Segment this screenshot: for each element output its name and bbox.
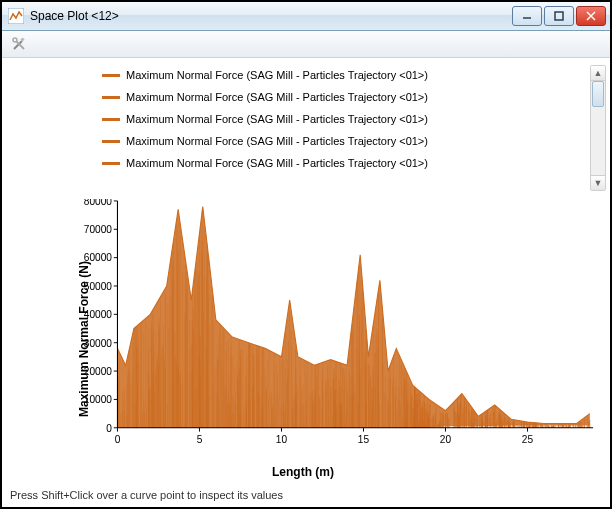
svg-text:20: 20 (440, 434, 452, 445)
svg-text:10: 10 (276, 434, 288, 445)
legend-item[interactable]: Maximum Normal Force (SAG Mill - Particl… (102, 91, 588, 103)
svg-text:50000: 50000 (84, 281, 112, 292)
svg-text:0: 0 (115, 434, 121, 445)
legend-panel: Maximum Normal Force (SAG Mill - Particl… (102, 65, 588, 191)
status-hint: Press Shift+Click over a curve point to … (10, 489, 283, 501)
x-axis-label: Length (m) (272, 465, 334, 479)
chart-area: Maximum Normal Force (N) Length (m) 0100… (2, 199, 604, 479)
scroll-down-button[interactable]: ▼ (591, 175, 605, 190)
svg-text:30000: 30000 (84, 337, 112, 348)
legend-swatch (102, 162, 120, 165)
legend-item[interactable]: Maximum Normal Force (SAG Mill - Particl… (102, 157, 588, 169)
tools-button[interactable] (8, 33, 30, 55)
legend-swatch (102, 140, 120, 143)
legend-scrollbar[interactable]: ▲ ▼ (590, 65, 606, 191)
legend-label: Maximum Normal Force (SAG Mill - Particl… (126, 91, 428, 103)
legend-label: Maximum Normal Force (SAG Mill - Particl… (126, 113, 428, 125)
svg-rect-2 (555, 12, 563, 20)
app-window: Space Plot <12> (2, 2, 610, 507)
svg-text:60000: 60000 (84, 252, 112, 263)
legend-label: Maximum Normal Force (SAG Mill - Particl… (126, 135, 428, 147)
outer-frame: Space Plot <12> (0, 0, 612, 509)
legend-item[interactable]: Maximum Normal Force (SAG Mill - Particl… (102, 69, 588, 81)
maximize-button[interactable] (544, 6, 574, 26)
legend-label: Maximum Normal Force (SAG Mill - Particl… (126, 157, 428, 169)
svg-text:80000: 80000 (84, 199, 112, 207)
svg-text:5: 5 (197, 434, 203, 445)
legend-swatch (102, 96, 120, 99)
svg-point-8 (13, 38, 17, 42)
svg-text:70000: 70000 (84, 224, 112, 235)
svg-text:15: 15 (358, 434, 370, 445)
svg-text:20000: 20000 (84, 366, 112, 377)
svg-text:40000: 40000 (84, 309, 112, 320)
minimize-button[interactable] (512, 6, 542, 26)
content-area: Maximum Normal Force (SAG Mill - Particl… (2, 58, 610, 507)
scroll-thumb[interactable] (592, 81, 604, 107)
svg-text:25: 25 (522, 434, 534, 445)
chart-icon (8, 8, 24, 24)
toolbar (2, 31, 610, 58)
wrench-icon (11, 36, 27, 52)
svg-text:0: 0 (106, 422, 112, 433)
legend-swatch (102, 74, 120, 77)
legend-label: Maximum Normal Force (SAG Mill - Particl… (126, 69, 428, 81)
titlebar[interactable]: Space Plot <12> (2, 2, 610, 31)
scroll-up-button[interactable]: ▲ (591, 66, 605, 81)
close-button[interactable] (576, 6, 606, 26)
plot-canvas[interactable]: 0100002000030000400005000060000700008000… (76, 199, 594, 447)
legend-swatch (102, 118, 120, 121)
svg-text:10000: 10000 (84, 394, 112, 405)
legend-item[interactable]: Maximum Normal Force (SAG Mill - Particl… (102, 135, 588, 147)
window-title: Space Plot <12> (30, 9, 512, 23)
legend-item[interactable]: Maximum Normal Force (SAG Mill - Particl… (102, 113, 588, 125)
